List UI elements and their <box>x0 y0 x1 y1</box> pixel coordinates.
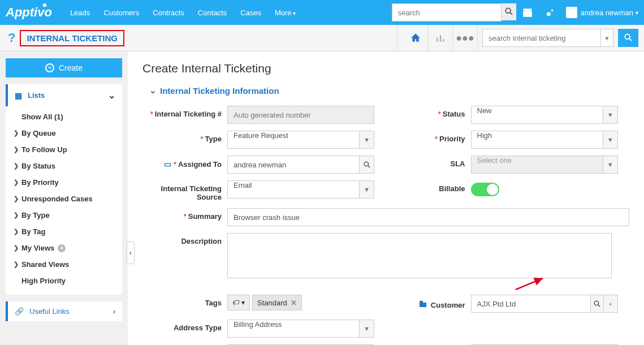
nav-cases[interactable]: Cases <box>234 8 268 17</box>
main-content: Create Internal Ticketing ⌄ Internal Tic… <box>128 51 644 345</box>
svg-point-10 <box>364 162 369 166</box>
type-select[interactable]: Feature Request <box>227 131 359 149</box>
sidebar-item[interactable]: High Priority <box>6 273 122 289</box>
app-logo[interactable]: Apptivo <box>6 5 52 20</box>
useful-links-header[interactable]: 🔗 Useful Links › <box>8 301 122 321</box>
dashboard-icon[interactable] <box>428 25 453 51</box>
source-select[interactable]: Email <box>227 180 359 199</box>
svg-point-14 <box>594 301 599 305</box>
sidebar-item-label: To Follow Up <box>21 145 67 154</box>
sidebar-item-label: Show All (1) <box>21 113 63 121</box>
chevron-down-icon[interactable]: ▼ <box>359 131 374 149</box>
summary-input[interactable] <box>227 208 629 226</box>
billable-label: Billable <box>386 180 471 193</box>
global-search-button[interactable] <box>502 3 516 20</box>
sla-label: SLA <box>386 156 471 168</box>
home-icon[interactable] <box>403 25 428 51</box>
chevron-down-icon[interactable]: ▼ <box>359 320 374 338</box>
customer-lookup-button[interactable] <box>590 295 604 313</box>
sidebar-item[interactable]: ❯My Views+ <box>6 240 122 256</box>
lists-header[interactable]: ▦ Lists ⌄ <box>6 84 122 106</box>
chevron-down-icon[interactable]: ▼ <box>603 106 618 124</box>
svg-line-1 <box>510 12 512 15</box>
sidebar-item-label: Shared Views <box>21 260 69 269</box>
create-button[interactable]: + Create <box>6 58 122 77</box>
sidebar-item[interactable]: ❯By Status <box>6 158 122 174</box>
tags-label: Tags <box>142 295 227 307</box>
top-nav: Apptivo Leads Customers Contracts Contac… <box>0 0 644 25</box>
summary-label: *Summary <box>142 208 227 226</box>
nav-leads[interactable]: Leads <box>63 8 97 17</box>
sidebar-item[interactable]: ❯By Tag <box>6 223 122 240</box>
priority-select[interactable]: High <box>471 131 603 149</box>
assigned-input[interactable] <box>227 156 359 174</box>
sidebar-item[interactable]: ❯By Type <box>6 207 122 223</box>
remove-tag-icon[interactable]: ✕ <box>291 299 297 307</box>
add-view-icon[interactable]: + <box>58 244 66 252</box>
caret-right-icon: ❯ <box>14 162 21 170</box>
address-type-select[interactable]: Billing Address <box>227 320 359 338</box>
global-search-input[interactable] <box>392 3 502 21</box>
tag-icon: 🏷 <box>232 299 239 307</box>
sidebar-item[interactable]: ❯By Queue <box>6 125 122 141</box>
app-search-dropdown[interactable]: ▾ <box>601 29 613 47</box>
sidebar-item-label: By Queue <box>21 129 56 137</box>
sidebar-item[interactable]: Show All (1) <box>6 109 122 125</box>
store-icon[interactable] <box>518 3 537 21</box>
help-icon[interactable]: ? <box>8 31 15 45</box>
sidebar-item-label: High Priority <box>21 277 66 285</box>
customer-input[interactable] <box>471 295 591 313</box>
chevron-down-icon[interactable]: ▼ <box>603 156 618 174</box>
link-icon: 🔗 <box>15 307 24 316</box>
caret-right-icon: ❯ <box>14 228 21 235</box>
grid-icon: ▦ <box>15 91 22 100</box>
status-select[interactable]: New <box>471 106 603 124</box>
nav-more[interactable]: More <box>268 8 302 17</box>
customer-add-button[interactable]: ＋ <box>604 295 617 313</box>
chevron-down-icon[interactable]: ▼ <box>603 131 618 149</box>
description-textarea[interactable] <box>227 233 612 278</box>
app-search-button[interactable] <box>618 29 638 47</box>
global-search <box>392 3 516 21</box>
sidebar-item-label: By Tag <box>21 227 45 236</box>
billable-toggle[interactable] <box>471 183 499 196</box>
sidebar-item-label: By Status <box>21 162 55 170</box>
create-label: Create <box>59 63 83 72</box>
caret-right-icon: ❯ <box>14 179 21 186</box>
caret-right-icon: ❯ <box>14 244 21 252</box>
chevron-down-icon[interactable]: ▼ <box>359 180 374 199</box>
chevron-down-icon: ⌄ <box>108 90 115 101</box>
customer-label: Customer <box>386 295 471 310</box>
sidebar-item[interactable]: ❯Unresponded Cases <box>6 191 122 207</box>
nav-customers[interactable]: Customers <box>97 8 146 17</box>
address-type-label: Address Type <box>142 320 227 332</box>
status-label: *Status <box>386 106 471 118</box>
sidebar-item-label: By Type <box>21 211 50 219</box>
nav-contracts[interactable]: Contracts <box>146 8 191 17</box>
caret-right-icon: ❯ <box>14 261 21 268</box>
sla-select[interactable]: Select one <box>471 156 603 174</box>
svg-point-0 <box>505 8 511 13</box>
add-tag-button[interactable]: 🏷▾ <box>227 295 250 310</box>
svg-line-9 <box>629 38 632 41</box>
user-menu[interactable]: andrea newman ▾ <box>566 7 638 18</box>
svg-rect-2 <box>523 11 532 17</box>
app-search-input[interactable] <box>482 29 601 47</box>
ticket-num-label: *Internal Ticketing # <box>142 106 227 118</box>
caret-right-icon: ❯ <box>14 130 21 137</box>
sidebar-item[interactable]: ❯To Follow Up <box>6 141 122 158</box>
assigned-lookup-button[interactable] <box>359 156 374 174</box>
sidebar-item[interactable]: ❯Shared Views <box>6 256 122 273</box>
nav-contacts[interactable]: Contacts <box>191 8 234 17</box>
user-name: andrea newman <box>581 8 633 17</box>
tag-chip-label: Standard <box>257 299 287 307</box>
svg-line-15 <box>598 305 600 307</box>
notifications-icon[interactable] <box>541 3 559 21</box>
source-label: Internal Ticketing Source <box>142 180 227 201</box>
svg-point-8 <box>625 34 630 39</box>
more-actions-icon[interactable]: ●●● <box>453 25 478 51</box>
sidebar-item[interactable]: ❯By Priority <box>6 174 122 191</box>
svg-point-3 <box>547 12 551 16</box>
tag-chip: Standard✕ <box>252 295 302 310</box>
section-header[interactable]: ⌄ Internal Ticketing Information <box>149 85 629 96</box>
